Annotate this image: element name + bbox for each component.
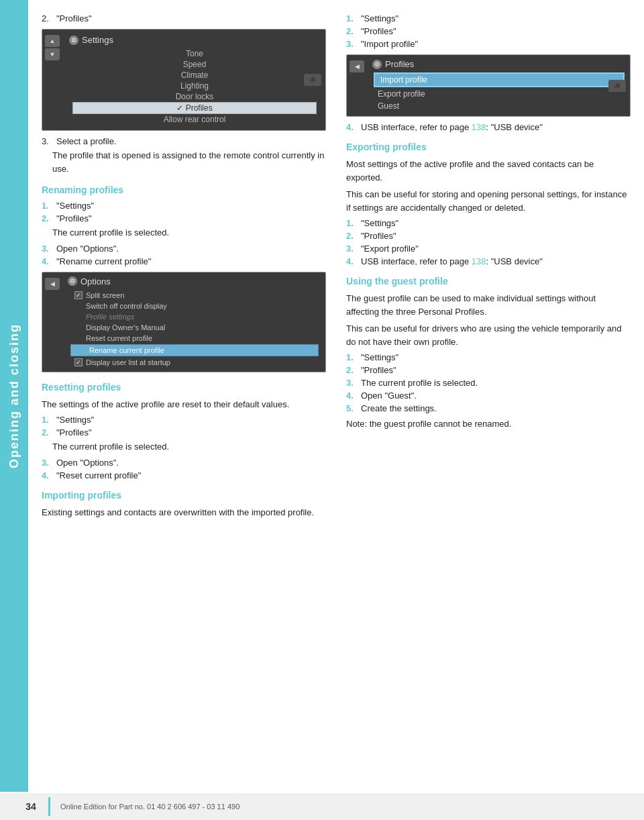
renaming-step2-note: The current profile is selected.: [52, 226, 326, 240]
importing-step3-label: "Import profile": [361, 39, 418, 49]
exporting-step4: 4. USB interface, refer to page 138: "US…: [346, 256, 631, 266]
step-2-label: "Profiles": [56, 13, 92, 23]
renaming-step1-label: "Settings": [56, 201, 94, 211]
profiles-nav-area: ◀: [350, 60, 364, 72]
profiles-right-icon: ⬛: [608, 80, 626, 92]
settings-item-climate: Climate: [69, 70, 320, 81]
renaming-heading: Renaming profiles: [42, 185, 326, 195]
settings-screenshot: ▲ ▼ ⚙ Settings Tone Speed Climate Lighti…: [42, 29, 326, 131]
option-switch-off: Switch off control display: [68, 301, 321, 311]
page-number: 34: [13, 801, 48, 812]
options-title-text: Options: [80, 276, 111, 287]
gear-icon-options: ⚙: [68, 276, 77, 286]
right-column: 1. "Settings" 2. "Profiles" 3. "Import p…: [346, 13, 631, 523]
settings-title-bar: ⚙ Settings: [69, 35, 320, 45]
importing-step4-text: USB interface, refer to page 138: "USB d…: [361, 122, 543, 132]
right-icon: ⬛: [304, 74, 321, 86]
importing-step2-label: "Profiles": [361, 26, 396, 36]
resetting-step2-note: The current profile is selected.: [52, 440, 326, 454]
nav-area: ▲ ▼: [45, 35, 60, 60]
options-left-arrow[interactable]: ◀: [45, 278, 60, 290]
exporting-step4-link[interactable]: 138: [472, 256, 486, 266]
guest-step1: 1. "Settings": [346, 352, 631, 362]
settings-item-doorlocks: Door locks: [69, 91, 320, 102]
renaming-step2-label: "Profiles": [56, 213, 92, 223]
profiles-item-import[interactable]: Import profile: [374, 72, 625, 87]
sidebar-tab-label: Opening and closing: [7, 323, 21, 468]
guest-step3: 3. The current profile is selected.: [346, 378, 631, 388]
renaming-step1: 1. "Settings": [42, 201, 326, 211]
checkbox-split: ✓: [74, 291, 83, 299]
exporting-step4-post: : "USB device": [486, 256, 542, 266]
profiles-item-export: Export profile: [372, 88, 626, 100]
settings-item-tone: Tone: [69, 48, 320, 59]
profiles-screenshot: ◀ ⚙ Profiles Import profile Export profi…: [346, 54, 631, 117]
importing-step1: 1. "Settings": [346, 13, 631, 23]
exporting-body2: This can be useful for storing and openi…: [346, 188, 631, 214]
profiles-left-arrow[interactable]: ◀: [350, 60, 364, 72]
resetting-step4-label: "Reset current profile": [56, 470, 141, 480]
resetting-step3-label: Open "Options".: [56, 458, 119, 468]
profiles-item-guest: Guest: [372, 100, 626, 112]
importing-step2: 2. "Profiles": [346, 26, 631, 36]
options-title-bar: ⚙ Options: [68, 276, 321, 287]
exporting-step3: 3. "Export profile": [346, 244, 631, 254]
footer-divider: [48, 797, 50, 816]
importing-body: Existing settings and contacts are overw…: [42, 506, 326, 519]
profiles-title-bar: ⚙ Profiles: [372, 59, 626, 69]
option-reset-profile: Reset current profile: [68, 333, 321, 344]
guest-step5-label: Create the settings.: [361, 403, 437, 413]
resetting-body: The settings of the active profile are r…: [42, 398, 326, 411]
guest-heading: Using the guest profile: [346, 276, 631, 287]
exporting-step3-label: "Export profile": [361, 244, 419, 254]
resetting-step2-label: "Profiles": [56, 427, 92, 438]
importing-heading: Importing profiles: [42, 490, 326, 501]
down-arrow[interactable]: ▼: [45, 48, 60, 60]
exporting-step4-pre: USB interface, refer to page: [361, 256, 472, 266]
step-3-body: The profile that is opened is assigned t…: [52, 149, 326, 175]
guest-step2: 2. "Profiles": [346, 365, 631, 375]
resetting-step2: 2. "Profiles": [42, 427, 326, 438]
option-display-manual: Display Owner's Manual: [68, 322, 321, 333]
up-arrow[interactable]: ▲: [45, 35, 60, 47]
importing-step3: 3. "Import profile": [346, 39, 631, 49]
exporting-step1: 1. "Settings": [346, 218, 631, 228]
renaming-step2: 2. "Profiles": [42, 213, 326, 223]
importing-step4-pre: USB interface, refer to page: [361, 122, 472, 132]
gear-icon-profiles: ⚙: [372, 60, 382, 69]
guest-step2-label: "Profiles": [361, 365, 396, 375]
footer: 34 Online Edition for Part no. 01 40 2 6…: [0, 793, 644, 820]
importing-step1-label: "Settings": [361, 13, 398, 23]
gear-icon: ⚙: [69, 36, 78, 45]
guest-note: Note: the guest profile cannot be rename…: [346, 417, 631, 431]
settings-item-speed: Speed: [69, 59, 320, 70]
left-column: 2. "Profiles" ▲ ▼ ⚙ Settings Tone Speed …: [42, 13, 326, 523]
settings-item-lighting: Lighting: [69, 81, 320, 91]
footer-text: Online Edition for Part no. 01 40 2 606 …: [60, 803, 631, 811]
renaming-step4-label: "Rename current profile": [56, 256, 151, 266]
importing-step4-post: : "USB device": [486, 122, 542, 132]
resetting-heading: Resetting profiles: [42, 382, 326, 393]
exporting-heading: Exporting profiles: [346, 142, 631, 152]
exporting-step1-label: "Settings": [361, 218, 398, 228]
resetting-step3: 3. Open "Options".: [42, 458, 326, 468]
importing-step4-link[interactable]: 138: [472, 122, 486, 132]
options-screenshot: ◀ ⚙ Options ✓ Split screen Switch off co…: [42, 272, 326, 372]
importing-step4: 4. USB interface, refer to page 138: "US…: [346, 122, 631, 132]
step-3-label: Select a profile.: [56, 136, 117, 146]
option-profile-settings: Profile settings: [68, 311, 321, 322]
settings-item-profiles[interactable]: ✓ Profiles: [72, 102, 317, 114]
resetting-step1: 1. "Settings": [42, 415, 326, 425]
renaming-step3: 3. Open "Options".: [42, 244, 326, 254]
guest-step4: 4. Open "Guest".: [346, 391, 631, 401]
options-nav-area: ◀: [45, 278, 60, 290]
resetting-step1-label: "Settings": [56, 415, 94, 425]
guest-body2: This can be useful for drivers who are u…: [346, 322, 631, 348]
profiles-title-text: Profiles: [385, 59, 414, 69]
option-split-screen: ✓ Split screen: [68, 290, 321, 301]
guest-body1: The guest profile can be used to make in…: [346, 292, 631, 318]
settings-item-allow-rear: Allow rear control: [69, 114, 320, 125]
step-3: 3. Select a profile.: [42, 136, 326, 146]
exporting-body1: Most settings of the active profile and …: [346, 158, 631, 184]
option-rename-profile[interactable]: Rename current profile: [70, 344, 319, 356]
